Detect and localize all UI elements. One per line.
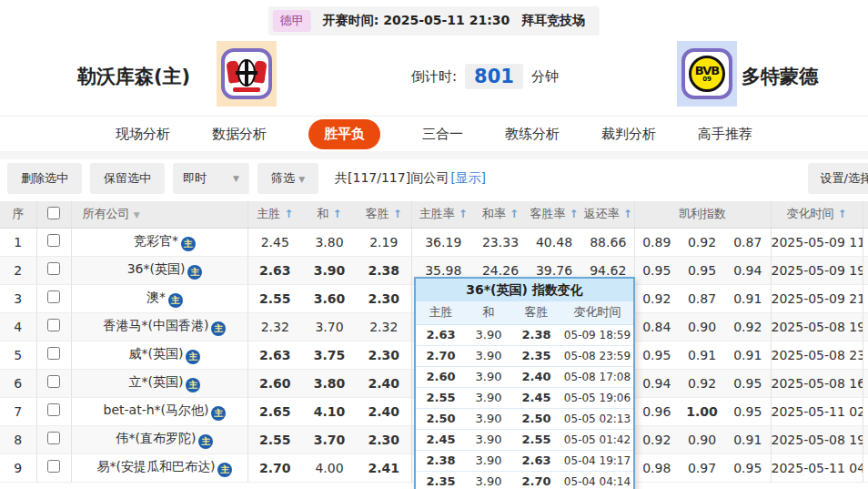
draw-odds: 3.60 <box>302 284 357 312</box>
company-cell: 伟*(直布罗陀)主 <box>71 425 247 453</box>
popup-away-odds: 2.45 <box>511 387 561 408</box>
row-checkbox[interactable] <box>47 347 60 360</box>
row-checkbox[interactable] <box>47 262 60 275</box>
company-cell: 竞彩官*主 <box>71 228 247 256</box>
away-odds: 2.38 <box>357 256 411 284</box>
company-name[interactable]: 威*(英国) <box>129 346 184 361</box>
popup-away-odds: 2.63 <box>511 450 561 471</box>
kelly-draw: 0.90 <box>679 312 725 341</box>
kelly-draw: 0.92 <box>679 228 725 256</box>
away-team-name[interactable]: 多特蒙德 <box>742 64 818 89</box>
away-odds: 2.30 <box>357 425 411 453</box>
company-name[interactable]: 立*(英国) <box>129 374 184 389</box>
kelly-away: 0.91 <box>725 284 771 312</box>
popup-away-odds: 2.35 <box>511 345 561 366</box>
popup-draw-odds: 3.90 <box>466 366 511 387</box>
tab-three-in-one[interactable]: 三合一 <box>422 126 463 143</box>
odds-mode-select[interactable]: 即时▼ <box>173 163 249 194</box>
tab-data-analysis[interactable]: 数据分析 <box>212 126 267 143</box>
company-name[interactable]: 易*(安提瓜和巴布达) <box>97 459 216 474</box>
match-header: 德甲 开赛时间: 2025-05-11 21:30 拜耳竞技场 勒沃库森(主) … <box>0 0 868 117</box>
popup-draw-odds: 3.90 <box>466 345 511 366</box>
popup-home-odds: 2.70 <box>416 345 466 366</box>
popup-header-row: 主胜 和 客胜 变化时间 <box>416 301 633 324</box>
odds-comparison-page: 德甲 开赛时间: 2025-05-11 21:30 拜耳竞技场 勒沃库森(主) … <box>0 0 868 489</box>
kelly-away: 0.94 <box>725 256 771 284</box>
kelly-home: 0.95 <box>634 341 679 369</box>
change-time: 2025-05-11 04:17 <box>771 453 863 482</box>
row-index: 6 <box>0 369 36 397</box>
home-odds: 2.65 <box>247 397 302 425</box>
row-checkbox[interactable] <box>47 460 60 473</box>
keep-selected-button[interactable]: 保留选中 <box>90 163 165 194</box>
popup-home-odds: 2.38 <box>416 450 466 471</box>
show-link[interactable]: [显示] <box>450 170 486 185</box>
change-time: 2025-05-08 19:32 <box>771 312 863 341</box>
company-name[interactable]: 澳* <box>146 290 166 304</box>
company-name[interactable]: bet-at-h*(马尔他) <box>104 402 209 417</box>
company-name[interactable]: 香港马*(中国香港) <box>104 318 209 332</box>
tab-live-analysis[interactable]: 现场分析 <box>116 126 170 143</box>
row-checkbox[interactable] <box>47 234 60 247</box>
kelly-draw: 1.00 <box>679 397 725 425</box>
company-name[interactable]: 伟*(直布罗陀) <box>116 431 197 445</box>
row-action-cell <box>863 228 868 256</box>
col-home-odds[interactable]: 主胜 ↑ <box>247 201 302 228</box>
draw-odds: 3.75 <box>302 341 357 369</box>
popup-row: 2.38 3.90 2.63 05-04 19:17 <box>416 450 633 471</box>
tab-referee-analysis[interactable]: 裁判分析 <box>601 126 656 143</box>
col-home-rate[interactable]: 主胜率 ↑ <box>411 201 475 228</box>
row-checkbox-cell <box>36 312 71 341</box>
row-index: 2 <box>0 256 36 284</box>
popup-col-home: 主胜 <box>416 301 466 324</box>
row-checkbox[interactable] <box>47 290 60 303</box>
home-odds: 2.55 <box>247 284 302 312</box>
away-odds: 2.32 <box>357 312 411 341</box>
col-away-rate[interactable]: 客胜率 ↑ <box>526 201 582 228</box>
row-checkbox[interactable] <box>47 432 60 444</box>
change-time: 2025-05-09 21:50 <box>771 284 863 312</box>
dortmund-crest-icon: BVB 09 <box>689 56 725 92</box>
company-name[interactable]: 竞彩官* <box>134 233 178 248</box>
select-all-checkbox[interactable] <box>47 207 60 219</box>
row-checkbox[interactable] <box>47 403 60 416</box>
popup-change-time: 05-04 19:17 <box>561 450 633 471</box>
main-company-icon: 主 <box>181 237 196 251</box>
filter-button[interactable]: 筛选 ▼ <box>257 163 318 194</box>
kelly-draw: 0.90 <box>679 425 725 453</box>
delete-selected-button[interactable]: 删除选中 <box>7 163 82 194</box>
popup-draw-odds: 3.90 <box>466 324 511 345</box>
tab-expert-picks[interactable]: 高手推荐 <box>698 126 752 143</box>
home-team-name[interactable]: 勒沃库森(主) <box>77 64 190 89</box>
col-draw-rate[interactable]: 和率 ↑ <box>475 201 526 228</box>
tab-win-draw-lose[interactable]: 胜平负 <box>308 119 380 149</box>
table-row: 1 竞彩官*主 2.45 3.80 2.19 36.19 23.33 40.48… <box>0 228 868 256</box>
col-company[interactable]: 所有公司 ▼ <box>71 201 247 228</box>
change-time: 2025-05-08 23:05 <box>771 341 863 369</box>
popup-row: 2.45 3.90 2.55 05-05 01:42 <box>416 429 633 450</box>
popup-draw-odds: 3.90 <box>466 408 511 429</box>
company-name[interactable]: 36*(英国) <box>127 261 186 276</box>
tab-coach-analysis[interactable]: 教练分析 <box>505 126 560 143</box>
away-crest-frame: BVB 09 <box>681 48 732 99</box>
popup-col-time: 变化时间 <box>561 301 633 324</box>
home-rate: 36.19 <box>411 228 475 256</box>
kelly-home: 0.96 <box>634 397 679 425</box>
main-company-icon: 主 <box>187 265 202 280</box>
main-company-icon: 主 <box>211 321 226 336</box>
col-draw-odds[interactable]: 和 ↑ <box>302 201 357 228</box>
col-change-time[interactable]: 变化时间 ↑ <box>771 201 863 228</box>
kelly-draw: 0.92 <box>679 369 725 397</box>
kelly-home: 0.89 <box>634 228 679 256</box>
home-odds: 2.70 <box>247 453 302 482</box>
league-badge[interactable]: 德甲 <box>273 10 311 32</box>
row-checkbox[interactable] <box>47 375 60 388</box>
row-action-cell <box>863 369 868 397</box>
row-action-cell <box>863 453 868 482</box>
row-action-cell <box>863 284 868 312</box>
col-away-odds[interactable]: 客胜 ↑ <box>357 201 411 228</box>
row-checkbox[interactable] <box>47 319 60 331</box>
col-return-rate[interactable]: 返还率 ↑ <box>582 201 634 228</box>
settings-select-button[interactable]: 设置/选择 <box>808 163 868 194</box>
col-index: 序 <box>0 201 36 228</box>
